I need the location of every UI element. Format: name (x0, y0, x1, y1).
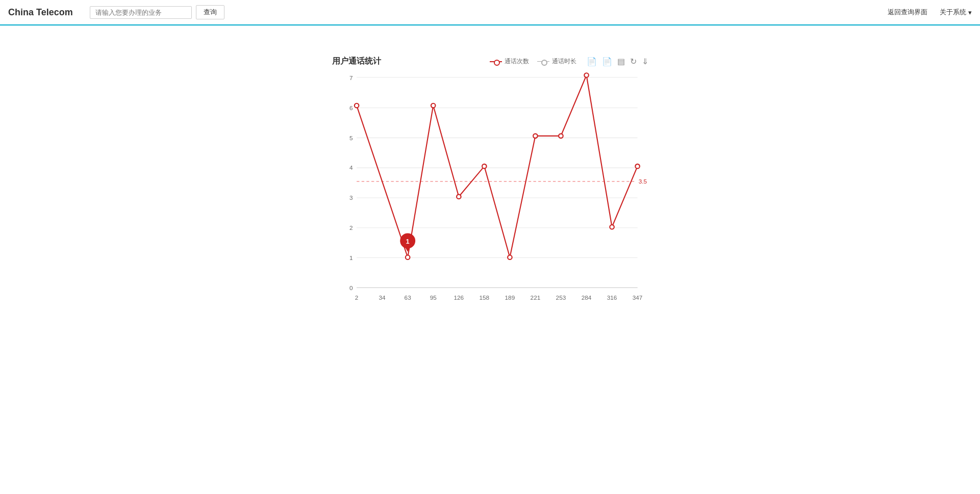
chart-svg-area: 0 1 2 3 4 5 6 7 2 34 63 95 126 158 189 2… (332, 72, 648, 324)
svg-text:95: 95 (430, 294, 437, 301)
svg-text:63: 63 (404, 294, 411, 301)
header: China Telecom 查询 返回查询界面 关于系统 ▾ (0, 0, 980, 25)
legend-calls-label: 通话次数 (505, 57, 529, 66)
svg-text:6: 6 (349, 105, 353, 111)
search-button[interactable]: 查询 (196, 5, 224, 19)
data-point (559, 134, 563, 138)
back-link[interactable]: 返回查询界面 (888, 8, 927, 17)
bar-chart-icon[interactable]: ▤ (617, 57, 625, 66)
data-point (405, 255, 410, 259)
about-dropdown[interactable]: 关于系统 ▾ (940, 8, 972, 17)
chart-header: 用户通话统计 通话次数 通话时长 📄 📄 ▤ ↻ (332, 56, 648, 67)
chart-svg: 0 1 2 3 4 5 6 7 2 34 63 95 126 158 189 2… (332, 72, 648, 323)
legend-calls: 通话次数 (490, 57, 529, 66)
chart-line (357, 75, 638, 257)
data-point (584, 73, 589, 77)
data-point (635, 164, 640, 169)
search-area: 查询 (90, 5, 888, 19)
chart-title: 用户通话统计 (332, 56, 381, 67)
svg-text:253: 253 (556, 294, 566, 301)
svg-text:5: 5 (349, 135, 353, 141)
data-point (610, 225, 614, 229)
svg-text:4: 4 (349, 164, 353, 171)
svg-text:221: 221 (530, 294, 540, 301)
svg-text:316: 316 (607, 294, 617, 301)
svg-text:0: 0 (349, 284, 353, 291)
download-icon[interactable]: ⇓ (642, 57, 648, 66)
about-label: 关于系统 (940, 8, 966, 17)
legend-duration-line (537, 61, 549, 62)
svg-text:347: 347 (632, 294, 642, 301)
main-content: 用户通话统计 通话次数 通话时长 📄 📄 ▤ ↻ (0, 25, 980, 345)
svg-text:1: 1 (349, 254, 353, 261)
data-point (533, 134, 538, 138)
data-point (354, 103, 359, 108)
data-point (482, 164, 487, 169)
upload-icon[interactable]: 📄 (602, 57, 612, 66)
refresh-icon[interactable]: ↻ (630, 57, 637, 66)
svg-text:284: 284 (581, 294, 591, 301)
legend-duration: 通话时长 (537, 57, 576, 66)
svg-text:189: 189 (505, 294, 515, 301)
chevron-down-icon: ▾ (968, 9, 972, 16)
svg-text:126: 126 (454, 294, 464, 301)
legend-duration-label: 通话时长 (552, 57, 576, 66)
search-input[interactable] (90, 6, 192, 19)
svg-text:3.5: 3.5 (638, 178, 647, 185)
svg-text:7: 7 (349, 74, 353, 81)
doc-icon[interactable]: 📄 (587, 57, 597, 66)
svg-text:2: 2 (349, 224, 353, 231)
svg-text:3: 3 (349, 194, 353, 201)
nav-right: 返回查询界面 关于系统 ▾ (888, 8, 972, 17)
data-point (508, 255, 512, 259)
chart-toolbar: 📄 📄 ▤ ↻ ⇓ (587, 57, 648, 66)
min-marker: 1 (400, 233, 415, 251)
data-point (431, 103, 435, 108)
legend-calls-line (490, 61, 502, 62)
svg-text:1: 1 (406, 238, 409, 245)
chart-legend: 通话次数 通话时长 (490, 57, 576, 66)
svg-text:158: 158 (479, 294, 489, 301)
svg-text:2: 2 (355, 294, 358, 301)
chart-container: 用户通话统计 通话次数 通话时长 📄 📄 ▤ ↻ (332, 56, 648, 324)
data-point (457, 194, 461, 199)
svg-text:34: 34 (379, 294, 386, 301)
brand-logo: China Telecom (8, 7, 80, 18)
